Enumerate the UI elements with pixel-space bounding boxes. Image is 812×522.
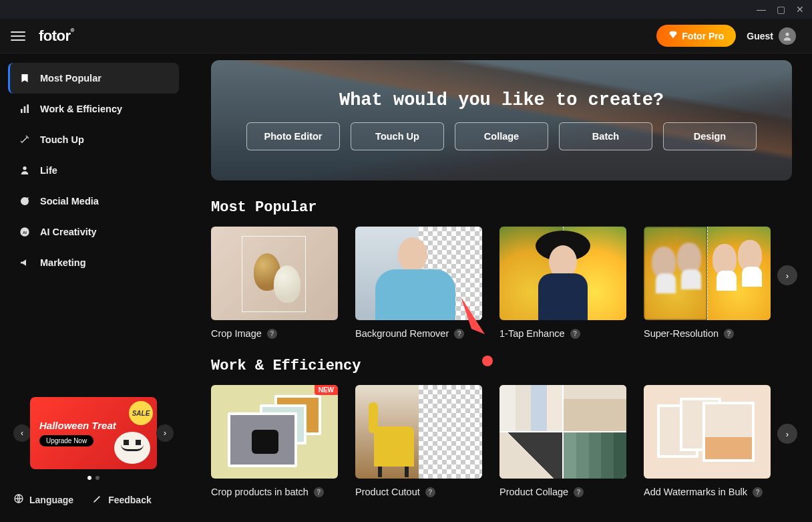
help-icon[interactable]: ? <box>425 487 435 497</box>
card-product-collage[interactable]: Product Collage? <box>499 385 626 497</box>
help-icon[interactable]: ? <box>314 487 324 497</box>
row-next-button[interactable]: › <box>777 265 797 285</box>
help-icon[interactable]: ? <box>570 329 580 339</box>
pencil-icon <box>92 493 103 506</box>
sidebar-item-life[interactable]: Life <box>8 155 179 186</box>
new-badge: NEW <box>315 385 338 395</box>
section-title-most-popular: Most Popular <box>211 199 792 216</box>
svg-rect-2 <box>24 106 26 113</box>
svg-rect-1 <box>21 109 23 113</box>
svg-point-4 <box>23 166 26 170</box>
promo-card[interactable]: SALE Halloween Treat Upgrade Now <box>30 397 157 469</box>
sidebar-item-work-efficiency[interactable]: Work & Efficiency <box>8 94 179 124</box>
bookmark-icon <box>19 72 31 84</box>
promo-next-button[interactable]: › <box>156 424 174 442</box>
person-icon <box>19 164 31 176</box>
wand-icon <box>19 134 31 146</box>
thumbnail <box>499 227 626 320</box>
feedback-button[interactable]: Feedback <box>92 493 152 506</box>
maximize-button[interactable]: ▢ <box>777 4 785 15</box>
diamond-icon <box>668 30 678 41</box>
language-button[interactable]: Language <box>13 493 73 506</box>
thumbnail <box>355 227 482 320</box>
thumbnail <box>644 385 771 479</box>
app-logo: fotor® <box>39 27 74 45</box>
hero-banner: What would you like to create? Photo Edi… <box>211 60 792 180</box>
top-bar: fotor® Fotor Pro Guest <box>0 19 812 53</box>
sidebar-item-ai-creativity[interactable]: AI AI Creativity <box>8 217 179 247</box>
help-icon[interactable]: ? <box>267 329 277 339</box>
menu-icon[interactable] <box>11 29 25 43</box>
help-icon[interactable]: ? <box>724 329 734 339</box>
row-next-button[interactable]: › <box>777 424 797 444</box>
hero-button-touch-up[interactable]: Touch Up <box>351 122 444 150</box>
thumbnail <box>355 385 482 479</box>
thumbnail <box>211 227 338 320</box>
card-background-remover[interactable]: Background Remover? <box>355 227 482 339</box>
svg-text:AI: AI <box>23 231 27 235</box>
sidebar: Most Popular Work & Efficiency Touch Up … <box>0 53 187 522</box>
hero-button-batch[interactable]: Batch <box>559 122 652 150</box>
account-button[interactable]: Guest <box>747 27 796 45</box>
card-row-work-efficiency: NEW Crop products in batch? Product Cuto… <box>211 385 792 497</box>
card-add-watermarks-bulk[interactable]: Add Watermarks in Bulk? <box>644 385 771 497</box>
hero-button-collage[interactable]: Collage <box>455 122 548 150</box>
hero-button-design[interactable]: Design <box>663 122 757 150</box>
svg-point-0 <box>785 32 789 35</box>
thumbnail <box>644 227 771 320</box>
avatar-icon <box>779 27 796 45</box>
help-icon[interactable]: ? <box>574 487 584 497</box>
help-icon[interactable]: ? <box>753 487 763 497</box>
svg-rect-3 <box>27 104 29 113</box>
help-icon[interactable]: ? <box>454 329 464 339</box>
sidebar-item-most-popular[interactable]: Most Popular <box>8 63 179 94</box>
sidebar-item-marketing[interactable]: Marketing <box>8 247 179 278</box>
thumbnail <box>499 385 626 479</box>
hero-title: What would you like to create? <box>339 90 664 110</box>
card-row-most-popular: Crop Image? Background Remover? 1-Tap En… <box>211 227 792 339</box>
main-content: What would you like to create? Photo Edi… <box>187 53 812 522</box>
card-product-cutout[interactable]: Product Cutout? <box>355 385 482 497</box>
minimize-button[interactable]: — <box>757 4 766 15</box>
chat-icon <box>19 195 31 207</box>
card-crop-products-batch[interactable]: NEW Crop products in batch? <box>211 385 338 497</box>
pumpkin-icon <box>114 432 150 464</box>
promo-prev-button[interactable]: ‹ <box>13 424 31 442</box>
bar-chart-icon <box>19 103 31 115</box>
globe-icon <box>13 493 24 506</box>
card-super-resolution[interactable]: Super-Resolution? <box>644 227 771 339</box>
upgrade-pro-button[interactable]: Fotor Pro <box>656 25 736 47</box>
sidebar-item-touch-up[interactable]: Touch Up <box>8 124 179 155</box>
promo-cta[interactable]: Upgrade Now <box>39 435 93 446</box>
promo-carousel: ‹ SALE Halloween Treat Upgrade Now › <box>8 397 179 469</box>
thumbnail: NEW <box>211 385 338 479</box>
section-title-work-efficiency: Work & Efficiency <box>211 358 792 374</box>
sale-badge: SALE <box>129 401 153 425</box>
ai-icon: AI <box>19 226 31 238</box>
close-button[interactable]: ✕ <box>796 4 804 15</box>
window-titlebar: — ▢ ✕ <box>0 0 812 19</box>
megaphone-icon <box>19 257 31 269</box>
sidebar-item-social-media[interactable]: Social Media <box>8 186 179 217</box>
card-crop-image[interactable]: Crop Image? <box>211 227 338 339</box>
hero-button-photo-editor[interactable]: Photo Editor <box>246 122 340 150</box>
card-1-tap-enhance[interactable]: 1-Tap Enhance? <box>499 227 626 339</box>
